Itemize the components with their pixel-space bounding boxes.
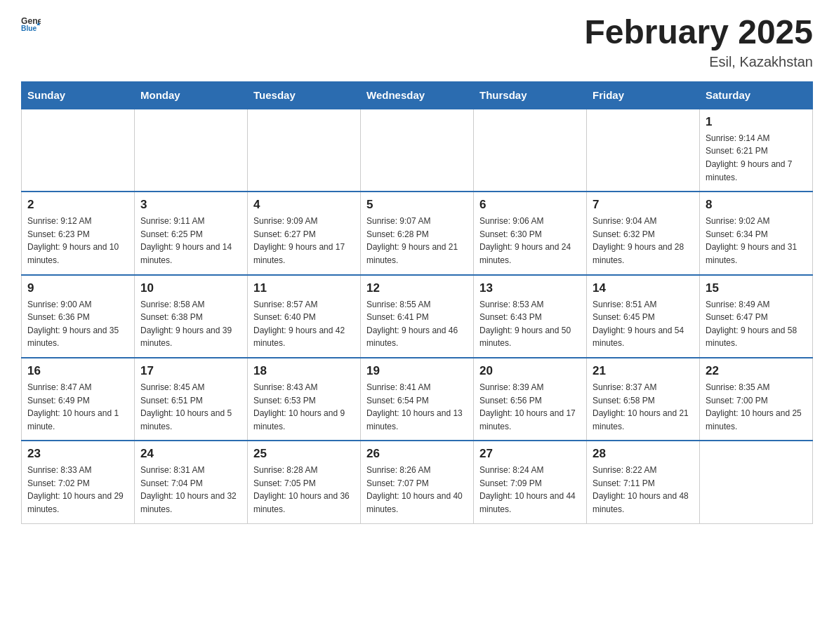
day-info: Sunrise: 8:31 AM Sunset: 7:04 PM Dayligh… xyxy=(140,464,241,516)
day-info: Sunrise: 8:35 AM Sunset: 7:00 PM Dayligh… xyxy=(706,381,807,433)
calendar-cell: 27Sunrise: 8:24 AM Sunset: 7:09 PM Dayli… xyxy=(474,441,587,523)
calendar-cell: 20Sunrise: 8:39 AM Sunset: 6:56 PM Dayli… xyxy=(474,358,587,441)
day-number: 8 xyxy=(706,198,807,212)
calendar-cell: 22Sunrise: 8:35 AM Sunset: 7:00 PM Dayli… xyxy=(700,358,813,441)
weekday-header-tuesday: Tuesday xyxy=(248,81,361,109)
calendar-cell: 19Sunrise: 8:41 AM Sunset: 6:54 PM Dayli… xyxy=(361,358,474,441)
day-number: 13 xyxy=(479,281,581,295)
day-info: Sunrise: 8:47 AM Sunset: 6:49 PM Dayligh… xyxy=(27,381,128,433)
calendar-header: SundayMondayTuesdayWednesdayThursdayFrid… xyxy=(22,81,813,109)
calendar-cell: 3Sunrise: 9:11 AM Sunset: 6:25 PM Daylig… xyxy=(135,192,248,274)
calendar-cell: 7Sunrise: 9:04 AM Sunset: 6:32 PM Daylig… xyxy=(587,192,700,274)
logo-icon: General Blue xyxy=(21,14,41,34)
calendar-cell: 4Sunrise: 9:09 AM Sunset: 6:27 PM Daylig… xyxy=(248,192,361,274)
weekday-header-saturday: Saturday xyxy=(700,81,813,109)
day-number: 16 xyxy=(27,364,128,378)
day-info: Sunrise: 8:57 AM Sunset: 6:40 PM Dayligh… xyxy=(253,298,355,350)
calendar-cell: 21Sunrise: 8:37 AM Sunset: 6:58 PM Dayli… xyxy=(587,358,700,441)
day-number: 26 xyxy=(366,447,468,461)
calendar-cell xyxy=(135,109,248,192)
day-number: 19 xyxy=(366,364,468,378)
calendar-title: February 2025 xyxy=(584,14,813,51)
day-number: 24 xyxy=(140,447,241,461)
calendar-cell: 12Sunrise: 8:55 AM Sunset: 6:41 PM Dayli… xyxy=(361,275,474,358)
day-info: Sunrise: 8:45 AM Sunset: 6:51 PM Dayligh… xyxy=(140,381,241,433)
day-number: 10 xyxy=(140,281,241,295)
weekday-header-wednesday: Wednesday xyxy=(361,81,474,109)
day-info: Sunrise: 9:02 AM Sunset: 6:34 PM Dayligh… xyxy=(706,215,807,267)
day-number: 27 xyxy=(479,447,581,461)
day-info: Sunrise: 9:00 AM Sunset: 6:36 PM Dayligh… xyxy=(27,298,128,350)
calendar-cell: 25Sunrise: 8:28 AM Sunset: 7:05 PM Dayli… xyxy=(248,441,361,523)
calendar-cell xyxy=(474,109,587,192)
calendar-cell: 16Sunrise: 8:47 AM Sunset: 6:49 PM Dayli… xyxy=(22,358,135,441)
svg-text:Blue: Blue xyxy=(21,25,37,33)
weekday-header-friday: Friday xyxy=(587,81,700,109)
day-info: Sunrise: 8:37 AM Sunset: 6:58 PM Dayligh… xyxy=(593,381,694,433)
calendar-cell xyxy=(22,109,135,192)
logo: General Blue xyxy=(21,14,42,34)
day-number: 4 xyxy=(253,198,355,212)
calendar-week-4: 16Sunrise: 8:47 AM Sunset: 6:49 PM Dayli… xyxy=(22,358,813,441)
day-info: Sunrise: 8:55 AM Sunset: 6:41 PM Dayligh… xyxy=(366,298,468,350)
calendar-week-1: 1Sunrise: 9:14 AM Sunset: 6:21 PM Daylig… xyxy=(22,109,813,192)
calendar-cell: 8Sunrise: 9:02 AM Sunset: 6:34 PM Daylig… xyxy=(700,192,813,274)
day-info: Sunrise: 9:12 AM Sunset: 6:23 PM Dayligh… xyxy=(27,215,128,267)
day-info: Sunrise: 9:11 AM Sunset: 6:25 PM Dayligh… xyxy=(140,215,241,267)
calendar-cell: 5Sunrise: 9:07 AM Sunset: 6:28 PM Daylig… xyxy=(361,192,474,274)
day-number: 7 xyxy=(593,198,694,212)
day-number: 22 xyxy=(706,364,807,378)
title-block: February 2025 Esil, Kazakhstan xyxy=(584,14,813,70)
day-info: Sunrise: 8:33 AM Sunset: 7:02 PM Dayligh… xyxy=(27,464,128,516)
calendar-cell: 2Sunrise: 9:12 AM Sunset: 6:23 PM Daylig… xyxy=(22,192,135,274)
day-info: Sunrise: 8:41 AM Sunset: 6:54 PM Dayligh… xyxy=(366,381,468,433)
weekday-header-thursday: Thursday xyxy=(474,81,587,109)
day-info: Sunrise: 8:49 AM Sunset: 6:47 PM Dayligh… xyxy=(706,298,807,350)
day-info: Sunrise: 9:04 AM Sunset: 6:32 PM Dayligh… xyxy=(593,215,694,267)
day-number: 2 xyxy=(27,198,128,212)
weekday-header-sunday: Sunday xyxy=(22,81,135,109)
calendar-cell: 6Sunrise: 9:06 AM Sunset: 6:30 PM Daylig… xyxy=(474,192,587,274)
day-number: 9 xyxy=(27,281,128,295)
calendar-cell: 17Sunrise: 8:45 AM Sunset: 6:51 PM Dayli… xyxy=(135,358,248,441)
day-number: 12 xyxy=(366,281,468,295)
day-info: Sunrise: 8:51 AM Sunset: 6:45 PM Dayligh… xyxy=(593,298,694,350)
calendar-cell: 14Sunrise: 8:51 AM Sunset: 6:45 PM Dayli… xyxy=(587,275,700,358)
day-info: Sunrise: 8:28 AM Sunset: 7:05 PM Dayligh… xyxy=(253,464,355,516)
day-info: Sunrise: 9:06 AM Sunset: 6:30 PM Dayligh… xyxy=(479,215,581,267)
calendar-cell: 26Sunrise: 8:26 AM Sunset: 7:07 PM Dayli… xyxy=(361,441,474,523)
day-number: 5 xyxy=(366,198,468,212)
page-header: General Blue February 2025 Esil, Kazakhs… xyxy=(21,14,813,70)
day-number: 15 xyxy=(706,281,807,295)
day-number: 1 xyxy=(706,115,807,129)
calendar-cell xyxy=(248,109,361,192)
day-info: Sunrise: 8:22 AM Sunset: 7:11 PM Dayligh… xyxy=(593,464,694,516)
day-info: Sunrise: 8:24 AM Sunset: 7:09 PM Dayligh… xyxy=(479,464,581,516)
day-info: Sunrise: 8:43 AM Sunset: 6:53 PM Dayligh… xyxy=(253,381,355,433)
day-number: 23 xyxy=(27,447,128,461)
day-number: 11 xyxy=(253,281,355,295)
day-info: Sunrise: 9:14 AM Sunset: 6:21 PM Dayligh… xyxy=(706,132,807,184)
calendar-table: SundayMondayTuesdayWednesdayThursdayFrid… xyxy=(21,81,813,524)
day-number: 17 xyxy=(140,364,241,378)
day-number: 6 xyxy=(479,198,581,212)
calendar-cell: 13Sunrise: 8:53 AM Sunset: 6:43 PM Dayli… xyxy=(474,275,587,358)
day-info: Sunrise: 9:09 AM Sunset: 6:27 PM Dayligh… xyxy=(253,215,355,267)
day-number: 20 xyxy=(479,364,581,378)
calendar-cell: 11Sunrise: 8:57 AM Sunset: 6:40 PM Dayli… xyxy=(248,275,361,358)
calendar-cell: 9Sunrise: 9:00 AM Sunset: 6:36 PM Daylig… xyxy=(22,275,135,358)
day-number: 18 xyxy=(253,364,355,378)
calendar-cell: 18Sunrise: 8:43 AM Sunset: 6:53 PM Dayli… xyxy=(248,358,361,441)
day-info: Sunrise: 8:26 AM Sunset: 7:07 PM Dayligh… xyxy=(366,464,468,516)
calendar-cell: 10Sunrise: 8:58 AM Sunset: 6:38 PM Dayli… xyxy=(135,275,248,358)
calendar-cell: 15Sunrise: 8:49 AM Sunset: 6:47 PM Dayli… xyxy=(700,275,813,358)
calendar-cell xyxy=(587,109,700,192)
calendar-week-2: 2Sunrise: 9:12 AM Sunset: 6:23 PM Daylig… xyxy=(22,192,813,274)
calendar-cell: 24Sunrise: 8:31 AM Sunset: 7:04 PM Dayli… xyxy=(135,441,248,523)
day-info: Sunrise: 8:53 AM Sunset: 6:43 PM Dayligh… xyxy=(479,298,581,350)
day-number: 28 xyxy=(593,447,694,461)
day-info: Sunrise: 9:07 AM Sunset: 6:28 PM Dayligh… xyxy=(366,215,468,267)
day-number: 21 xyxy=(593,364,694,378)
calendar-cell: 28Sunrise: 8:22 AM Sunset: 7:11 PM Dayli… xyxy=(587,441,700,523)
calendar-cell: 1Sunrise: 9:14 AM Sunset: 6:21 PM Daylig… xyxy=(700,109,813,192)
